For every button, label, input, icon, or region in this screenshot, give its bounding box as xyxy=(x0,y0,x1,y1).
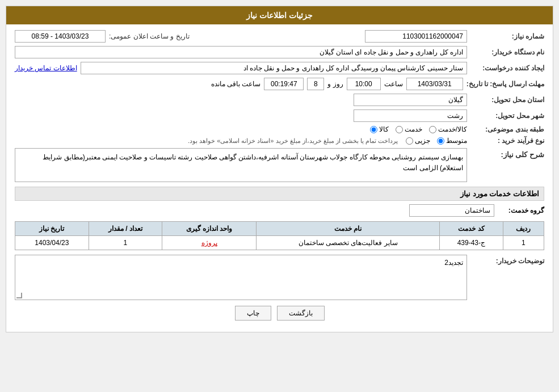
col-nam: نام خدمت xyxy=(257,222,440,236)
sharh-label: شرح کلی نیاز: xyxy=(470,148,544,159)
header-title: جزئیات اطلاعات نیاز xyxy=(246,11,313,20)
col-radif: ردیف xyxy=(503,222,544,236)
col-vahed: واحد اندازه گیری xyxy=(162,222,257,236)
ostan-value: گیلان xyxy=(354,94,467,106)
group-service-row: گروه خدمت: ساختمان xyxy=(15,204,544,217)
tabaqe-radio-kala[interactable] xyxy=(370,126,377,133)
panel-header: جزئیات اطلاعات نیاز xyxy=(6,6,553,24)
tabaqe-radio-kala-khedmat[interactable] xyxy=(429,126,436,133)
table-row: 1ج-43-439سایر فعالیت‌های تخصصی ساختمانپر… xyxy=(15,236,544,250)
tabaqe-option-label-khedmat: خدمت xyxy=(405,125,422,133)
group-label: گروه خدمت: xyxy=(499,206,544,214)
noeFarayand-option-jozi[interactable]: جزیی xyxy=(406,137,430,145)
table-header-row: ردیف کد خدمت نام خدمت واحد اندازه گیری ت… xyxy=(15,222,544,236)
noeFarayand-label: نوع فرآیند خرید : xyxy=(470,137,544,145)
khadamat-header: اطلاعات خدمات مورد نیاز xyxy=(15,187,544,201)
ijadKonande-label: ایجاد کننده درخواست: xyxy=(470,64,544,72)
noeFarayand-option-motavasset[interactable]: متوسط xyxy=(437,137,467,145)
shomareNiaz-row: شماره نیاز: 1103001162000047 تاریخ و ساع… xyxy=(15,30,544,43)
sharh-value: بهسازی سیستم روشنایی محوطه کارگاه جولاب … xyxy=(15,148,467,182)
namDastgah-row: نام دستگاه خریدار: اداره کل راهداری و حم… xyxy=(15,46,544,58)
buyer-desc-box: تجدید2 xyxy=(15,255,467,300)
tabaqe-option-kala[interactable]: کالا xyxy=(370,125,389,133)
noeFarayand-row: نوع فرآیند خرید : متوسط جزیی پرداخت تمام… xyxy=(15,137,544,145)
mohlat-remaining: ساعت باقی مانده xyxy=(211,80,261,88)
mohlat-row: مهلت ارسال پاسخ: تا تاریخ: 1403/03/31 سا… xyxy=(15,78,544,90)
mohlat-date: 1403/03/31 xyxy=(406,78,463,90)
buyer-desc-row: توضیحات خریدار: تجدید2 xyxy=(15,255,544,300)
date-label: تاریخ و ساعت اعلان عمومی: xyxy=(109,32,190,40)
tabaqe-option-khedmat[interactable]: خدمت xyxy=(396,125,422,133)
noeFarayand-note: پرداخت تمام یا بخشی از مبلغ خرید،از مبلغ… xyxy=(188,137,398,145)
tabaqe-radio-khedmat[interactable] xyxy=(396,126,403,133)
shomareNiaz-value: 1103001162000047 xyxy=(365,30,467,43)
col-kod: کد خدمت xyxy=(440,222,503,236)
noeFarayand-option-label-jozi: جزیی xyxy=(415,137,430,145)
mohlat-label: مهلت ارسال پاسخ: تا تاریخ: xyxy=(466,80,544,88)
back-button[interactable]: بازگشت xyxy=(277,306,325,321)
col-tedad: تعداد / مقدار xyxy=(89,222,162,236)
sharh-row: شرح کلی نیاز: بهسازی سیستم روشنایی محوطه… xyxy=(15,148,544,182)
noeFarayand-option-label-motavasset: متوسط xyxy=(446,137,467,145)
tabaqe-radio-group: کالا/خدمت خدمت کالا xyxy=(370,125,467,133)
resize-handle[interactable] xyxy=(16,293,22,298)
service-table: ردیف کد خدمت نام خدمت واحد اندازه گیری ت… xyxy=(15,221,544,250)
tabaqe-label: طبقه بندی موضوعی: xyxy=(470,125,544,133)
mohlat-roz: 8 xyxy=(307,78,324,90)
tabaqe-option-label-kala-khedmat: کالا/خدمت xyxy=(438,125,467,133)
buyer-desc-label: توضیحات خریدار: xyxy=(470,255,544,265)
mohlat-saat-label: ساعت xyxy=(384,80,403,88)
buyer-desc-value: تجدید2 xyxy=(18,258,464,268)
ostan-label: استان محل تحویل: xyxy=(470,96,544,104)
print-button[interactable]: چاپ xyxy=(235,306,271,321)
col-tarikh: تاریخ نیاز xyxy=(15,222,89,236)
ijadKonande-value: ستار حسینی کارشناس پیمان ورسیدگی اداره ک… xyxy=(81,62,467,74)
namDastgah-value: اداره کل راهداری و حمل و نقل جاده ای است… xyxy=(15,46,467,58)
buttons-row: بازگشت چاپ xyxy=(15,306,544,321)
shomareNiaz-label: شماره نیاز: xyxy=(470,32,544,40)
shahr-label: شهر محل تحویل: xyxy=(470,112,544,120)
date-value: 1403/03/23 - 08:59 xyxy=(15,30,106,43)
shahr-value: رشت xyxy=(354,109,467,122)
namDastgah-label: نام دستگاه خریدار: xyxy=(470,48,544,56)
mohlat-saat: 10:00 xyxy=(347,78,381,90)
mohlat-countdown: 00:19:47 xyxy=(264,78,304,90)
tabaqe-row: طبقه بندی موضوعی: کالا/خدمت خدمت کالا xyxy=(15,125,544,133)
noeFarayand-radio-jozi[interactable] xyxy=(406,137,413,145)
ostan-row: استان محل تحویل: گیلان xyxy=(15,94,544,106)
shahr-row: شهر محل تحویل: رشت xyxy=(15,109,544,122)
tabaqe-option-kala-khedmat[interactable]: کالا/خدمت xyxy=(429,125,467,133)
group-value: ساختمان xyxy=(409,204,494,217)
tabaqe-option-label-kala: کالا xyxy=(379,125,389,133)
ijadKonande-link[interactable]: اطلاعات تماس خریدار xyxy=(15,64,77,72)
mohlat-roz-label: روز و xyxy=(327,80,343,88)
ijadKonande-row: ایجاد کننده درخواست: ستار حسینی کارشناس … xyxy=(15,62,544,74)
noeFarayand-radio-motavasset[interactable] xyxy=(437,137,444,145)
noeFarayand-radio-group: متوسط جزیی xyxy=(406,137,467,145)
